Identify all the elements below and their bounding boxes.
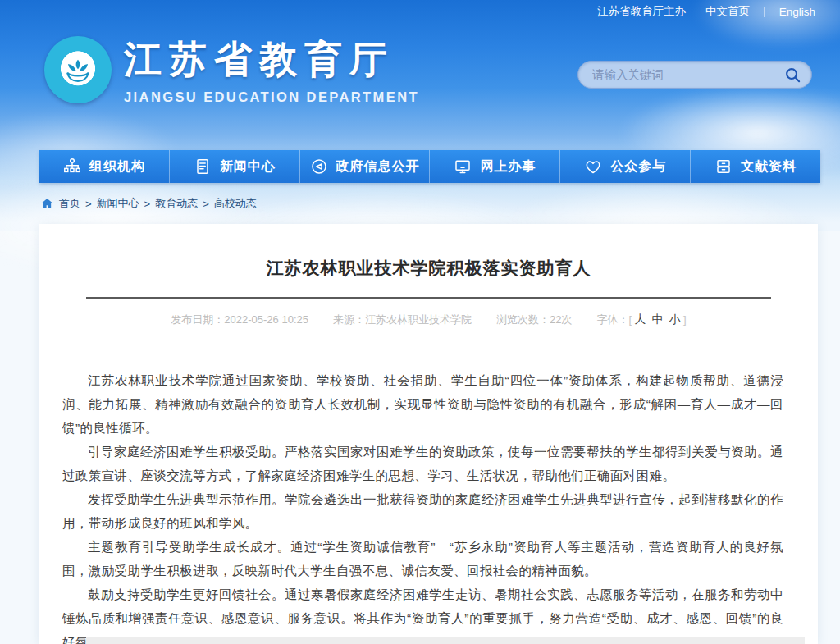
site-brand[interactable]: 江苏省教育厅 JIANGSU EDUCATION DEPARTMENT: [44, 34, 419, 105]
article-paragraph: 主题教育引导受助学生成长成才。通过“学生资助诚信教育” “苏乡永助”资助育人等主…: [62, 535, 783, 582]
search-icon: [784, 66, 801, 84]
article-meta: 发布日期：2022-05-26 10:25 来源：江苏农林职业技术学院 浏览次数…: [86, 313, 771, 327]
nav-item-label: 组织机构: [89, 158, 145, 176]
nav-item-label: 政府信息公开: [336, 158, 420, 176]
nav-item-label: 网上办事: [480, 158, 536, 176]
breadcrumb-item-home[interactable]: 首页: [59, 196, 80, 211]
article-paragraph: 引导家庭经济困难学生积极受助。严格落实国家对困难学生的资助政策，使每一位需要帮扶…: [62, 440, 783, 487]
info-disclosure-icon: [310, 158, 328, 176]
article-paragraph: 发挥受助学生先进典型示范作用。学院会遴选出一批获得资助的家庭经济困难学生先进典型…: [62, 487, 783, 535]
news-document-icon: [194, 158, 212, 176]
article-body: 江苏农林职业技术学院通过国家资助、学校资助、社会捐助、学生自助“四位一体”资助体…: [39, 368, 818, 644]
nav-item-organization[interactable]: 组织机构: [39, 150, 169, 183]
article-card: 江苏农林职业技术学院积极落实资助育人 发布日期：2022-05-26 10:25…: [39, 224, 818, 644]
font-size-large-button[interactable]: 大: [635, 313, 646, 326]
topbar: 江苏省教育厅主办 中文首页 ｜ English: [597, 0, 815, 23]
search-input[interactable]: [578, 62, 784, 88]
nav-item-label: 新闻中心: [220, 158, 276, 176]
site-name: 江苏省教育厅: [124, 34, 419, 85]
online-service-monitor-icon: [454, 158, 472, 176]
topbar-host-link[interactable]: 江苏省教育厅主办: [597, 4, 686, 19]
article-header: 江苏农林职业技术学院积极落实资助育人 发布日期：2022-05-26 10:25…: [39, 224, 818, 327]
breadcrumb-separator: >: [144, 198, 151, 210]
font-size-control: 字体：[大中小]: [596, 313, 686, 327]
home-icon: [41, 198, 53, 209]
font-size-label: 字体：: [596, 313, 628, 326]
breadcrumb-item-news-center[interactable]: 新闻中心: [97, 196, 139, 211]
article-paragraph: 鼓励支持受助学生更好回馈社会。通过寒暑假家庭经济困难学生走访、暑期社会实践、志愿…: [62, 582, 783, 644]
view-count: 浏览次数：22次: [496, 313, 572, 327]
nav-item-gov-info-disclosure[interactable]: 政府信息公开: [299, 150, 430, 183]
jiangsu-education-logo-icon: [44, 36, 112, 103]
page: 江苏省教育厅主办 中文首页 ｜ English 江苏省教育厅 JIANGSU E…: [0, 0, 840, 644]
nav-item-documents[interactable]: 文献资料: [690, 150, 820, 183]
breadcrumb-item-education-news[interactable]: 教育动态: [155, 196, 198, 211]
breadcrumb: 首页 > 新闻中心 > 教育动态 > 高校动态: [41, 196, 257, 211]
article-paragraph: 江苏农林职业技术学院通过国家资助、学校资助、社会捐助、学生自助“四位一体”资助体…: [62, 368, 783, 440]
article-footer-bar: [86, 637, 805, 644]
topbar-english-link[interactable]: English: [779, 6, 815, 18]
nav-item-public-participation[interactable]: 公众参与: [559, 150, 690, 183]
org-chart-icon: [63, 158, 81, 176]
main-nav: 组织机构 新闻中心 政府信息公开 网上办事: [39, 150, 820, 183]
search-button[interactable]: [784, 66, 811, 84]
breadcrumb-separator: >: [85, 198, 92, 210]
nav-item-label: 公众参与: [610, 158, 666, 176]
bracket: [: [628, 313, 632, 326]
font-size-medium-button[interactable]: 中: [652, 313, 664, 326]
breadcrumb-item-university-news[interactable]: 高校动态: [214, 196, 257, 211]
site-name-english: JIANGSU EDUCATION DEPARTMENT: [124, 89, 419, 105]
article-source: 来源：江苏农林职业技术学院: [333, 313, 472, 327]
documents-archive-icon: [714, 158, 733, 176]
site-title-block: 江苏省教育厅 JIANGSU EDUCATION DEPARTMENT: [124, 34, 419, 105]
nav-item-label: 文献资料: [741, 158, 797, 176]
publish-date: 发布日期：2022-05-26 10:25: [171, 313, 308, 327]
topbar-chinese-home-link[interactable]: 中文首页: [705, 4, 750, 19]
participation-heart-icon: [584, 158, 602, 176]
title-divider: [86, 297, 771, 299]
site-search: [578, 61, 812, 89]
breadcrumb-separator: >: [203, 198, 209, 210]
font-size-small-button[interactable]: 小: [669, 313, 681, 326]
topbar-divider: ｜: [760, 5, 769, 19]
nav-item-news-center[interactable]: 新闻中心: [169, 150, 299, 183]
nav-item-online-services[interactable]: 网上办事: [429, 150, 559, 183]
article-title: 江苏农林职业技术学院积极落实资助育人: [86, 257, 771, 280]
bracket: ]: [683, 313, 687, 326]
